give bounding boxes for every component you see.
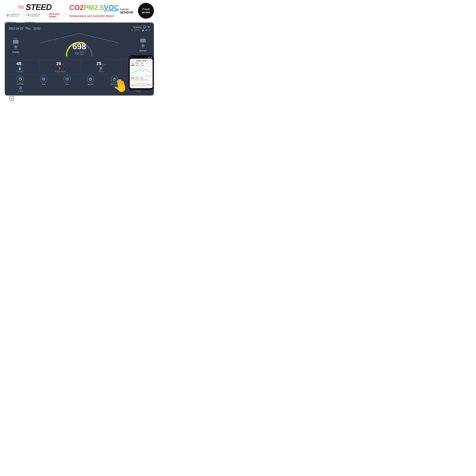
humidity-label: Humidity <box>17 71 23 72</box>
svg-point-41 <box>67 79 68 79</box>
screen-size-badge: 7-inch screen <box>138 3 154 19</box>
auto-icon[interactable] <box>40 76 47 83</box>
fan-button[interactable]: Fan <box>64 76 71 85</box>
extract-label: Extract <box>139 50 146 52</box>
gauge-wrapper: 698 CO2 CO2 ppm <box>64 39 95 58</box>
supply-sub: Supply <box>18 86 23 92</box>
fan-icon-svg <box>65 77 69 81</box>
offon-button[interactable]: OFF/ON <box>17 76 24 85</box>
voc-label: VOC <box>104 4 119 11</box>
phone-chart-co2 <box>131 67 151 75</box>
time-value: 10:32 <box>33 27 40 30</box>
sensor-names-row: CO2 PM2.5 VOC Controller SENSOR <box>69 4 133 14</box>
controller-bot: SENSOR <box>120 11 133 14</box>
fan-bars-right <box>140 39 146 42</box>
bypass-label: Bypass <box>87 83 93 85</box>
alexa-label: Compatible with amazon alexa <box>9 14 23 17</box>
legend-temp-color <box>131 80 133 80</box>
extract-fan-section: ✳ Extract <box>136 39 150 52</box>
divider-1 <box>39 61 39 72</box>
compat-bar: Compatible with amazon alexa Compatible … <box>5 12 65 18</box>
outdoor-humid: 💧 48 % <box>142 29 150 32</box>
temp-unit: °C <box>62 64 64 65</box>
pm25-reading: 25 μg/m³ 🌫 PM2.5 <box>97 61 105 72</box>
fan-text-left: Fan <box>14 38 17 39</box>
outdoor-temp: 🌡 19 °C <box>131 29 139 32</box>
temp-label: Temperature <box>55 70 65 72</box>
fan-control-label: Fan <box>66 83 68 85</box>
co2-cloud-icon: CO2 <box>75 51 79 54</box>
phone-title: history curve <box>136 60 146 62</box>
auto-icon-svg <box>42 77 45 81</box>
sensor-title: CO2 PM2.5 VOC Controller SENSOR Temperat… <box>69 4 133 17</box>
legend-temp-label: Temp Indoor <box>133 79 138 80</box>
divider <box>25 14 26 17</box>
pm25-label-text: PM2.5 <box>99 70 104 72</box>
status-icons: Outdoor <box>133 26 150 29</box>
tab-pm25[interactable]: Pm2.5 <box>135 62 140 64</box>
device-container: 11 12 13 14 15 16 11 2022-04-25 Thu. 10:… <box>5 22 154 96</box>
humidity-unit: % <box>22 64 23 65</box>
controller-top: Controller <box>120 8 133 11</box>
date-value: 2022-04-25 <box>9 27 23 30</box>
google-icon <box>28 14 29 16</box>
supply-fan-icon[interactable]: ✳ <box>14 44 18 50</box>
bypass-button[interactable]: Bypass <box>87 76 94 85</box>
fan-bar-r2 <box>140 40 146 41</box>
temp-icon: 🌡 <box>58 67 62 70</box>
google-label: Compatible with Google Home <box>30 14 44 17</box>
fan-icon[interactable] <box>64 76 71 83</box>
svg-line-34 <box>91 53 92 54</box>
yandex-icon: Work with Yandex <box>49 13 63 18</box>
outdoor-section: Outdoor 🌡 19 °C 💧 48 % <box>131 26 150 32</box>
top-bar: 2022-04-25 Thu. 10:32 Outdoor 🌡 19 °C 💧 … <box>9 26 150 32</box>
yandex-compat: Work with Yandex <box>49 13 63 18</box>
pm25-unit: μg/m³ <box>102 64 105 65</box>
svg-line-16 <box>67 58 68 58</box>
co2-label: CO2 <box>69 4 84 11</box>
bypass-icon[interactable] <box>87 76 94 83</box>
fan-bars-left <box>13 40 18 43</box>
pm25-icon: 🌫 <box>100 67 103 70</box>
alexa-icon <box>6 14 9 17</box>
tab-co2[interactable]: CO₂ <box>131 62 135 64</box>
phone-edit-icon[interactable]: ✏ <box>150 60 151 62</box>
logo-wrapper: STEED <box>18 3 51 11</box>
tab-year2[interactable]: Year <box>140 77 143 79</box>
phone-sensor-tabs: CO₂ Pm2.5 VOC <box>131 62 151 64</box>
fan-bar-r3 <box>140 41 146 42</box>
supply-sub-label: Supply <box>18 90 23 92</box>
offon-icon[interactable] <box>17 76 24 83</box>
phone-legend: Temp Indoor Humidity Indoor <box>131 79 151 80</box>
tab-month[interactable]: Month <box>135 65 140 66</box>
phone-period-tabs: Day Month Year <box>131 65 151 66</box>
tab-month2[interactable]: Month <box>135 77 139 79</box>
fan-bar-2 <box>13 41 18 42</box>
tab-year[interactable]: Year <box>141 65 144 66</box>
supply-sub-icon <box>19 86 22 90</box>
pm25-label: PM2.5 <box>84 4 104 11</box>
label-6: 6 <box>10 96 14 101</box>
gauge-area: 698 CO2 CO2 ppm <box>23 33 136 58</box>
auto-button[interactable]: Auto <box>40 76 47 85</box>
tab-day[interactable]: Day <box>131 65 135 66</box>
tab-temp[interactable]: Day <box>131 77 134 79</box>
extract-sub-label: Extract <box>136 90 141 92</box>
svg-point-39 <box>42 78 45 81</box>
divider2 <box>46 14 47 17</box>
phone-mockup: 9:41 ▐▐ ▌ 🔋 ← history curve ✏ CO₂ Pm2.5 … <box>129 55 154 90</box>
phone-chart-temp <box>131 81 151 87</box>
co2-text-label: CO2 <box>80 51 84 53</box>
fan-bar-r1 <box>140 39 146 40</box>
temperature-reading: 26 °C 🌡 Temperature <box>55 61 65 72</box>
humidity-value: 48 <box>17 61 21 66</box>
extract-fan-icon[interactable]: ✳ <box>141 43 145 49</box>
phone-back-icon[interactable]: ← <box>131 60 133 62</box>
supply-label: Supply <box>12 51 19 53</box>
brand-name: STEED <box>26 3 51 11</box>
co2-unit: ppm <box>80 53 84 55</box>
outdoor-values: 🌡 19 °C 💧 48 % <box>131 29 150 32</box>
svg-line-18 <box>67 53 68 54</box>
phone-section: 🤚 9:41 ▐▐ ▌ 🔋 ← history curve ✏ CO₂ Pm2.… <box>113 55 154 90</box>
tab-voc[interactable]: VOC <box>140 62 144 64</box>
